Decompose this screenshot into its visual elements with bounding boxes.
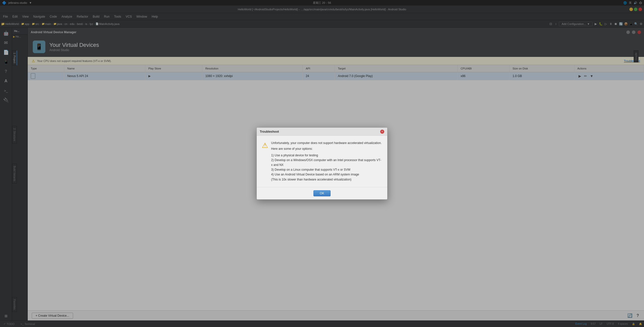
dialog-line2: Here are some of your options: [271, 147, 382, 151]
dialog-text: Unfortunately, your computer does not su… [271, 141, 382, 182]
dialog-line1: Unfortunately, your computer does not su… [271, 141, 382, 146]
ok-btn[interactable]: OK [313, 190, 330, 196]
dialog-option-5: (This is 10x slower than hardware accele… [271, 177, 382, 182]
dialog-option-2: 2) Develop on a Windows/OSX computer wit… [271, 158, 382, 167]
dialog-body: ⚠ Unfortunately, your computer does not … [257, 136, 387, 187]
dialog-title: Troubleshoot [260, 130, 279, 133]
dialog-footer: OK [257, 187, 387, 199]
dialog-titlebar: Troubleshoot × [257, 128, 387, 136]
troubleshoot-dialog: Troubleshoot × ⚠ Unfortunately, your com… [256, 127, 388, 200]
dialog-warning-icon: ⚠ [262, 141, 268, 182]
dialog-options: 1) Use a physical device for testing 2) … [271, 153, 382, 182]
dialog-overlay: Troubleshoot × ⚠ Unfortunately, your com… [0, 0, 644, 327]
dialog-close-btn[interactable]: × [380, 130, 384, 134]
dialog-option-3: 3) Develop on a Linux computer that supp… [271, 167, 382, 172]
dialog-option-4: 4) Use an Android Virtual Device based o… [271, 172, 382, 177]
dialog-option-1: 1) Use a physical device for testing [271, 153, 382, 158]
